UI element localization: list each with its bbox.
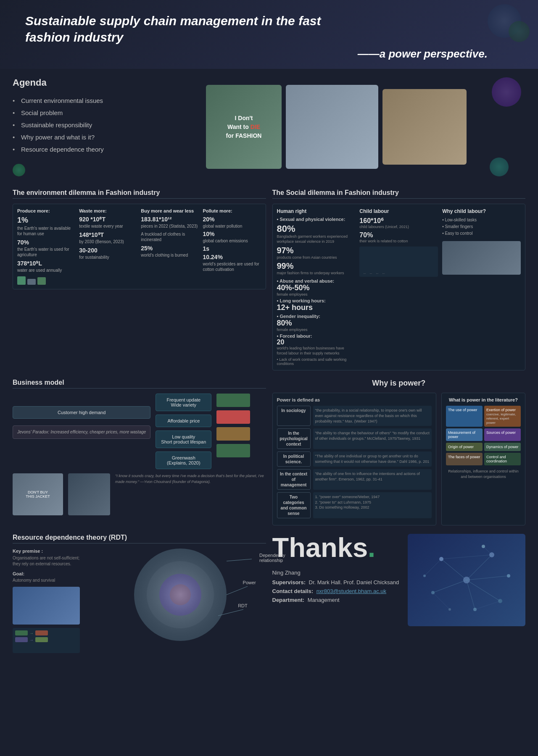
rdt-section: Resource dependence theory (RDT) Key pre… xyxy=(13,534,266,653)
thanks-text-area: Thanks. Ning Zhang Supervisors: Dr. Mark… xyxy=(272,534,402,603)
child-labour-image xyxy=(442,241,521,275)
header-decoration-circle2 xyxy=(509,21,530,42)
jevons-paradox-box: Jevons' Paradox: Increased efficiency, c… xyxy=(13,425,150,439)
power-box-1: The use of power xyxy=(446,406,483,427)
deco-circle-small xyxy=(13,164,25,176)
power-relationships-text: Relationships, influence and control wit… xyxy=(446,469,521,479)
why-power-section: Why is power? Power is defined as In soc… xyxy=(272,379,526,525)
agenda-list: Current environmental issues Social prob… xyxy=(13,94,139,155)
power-box-exertion: Exertion of powercoercive, legitimate, r… xyxy=(484,406,521,427)
power-box-5: The faces of power xyxy=(446,453,483,465)
biz-quote-area: "I know it sounds crazy, but every time … xyxy=(115,473,266,485)
thanks-content: Thanks. Ning Zhang Supervisors: Dr. Mark… xyxy=(272,534,526,626)
power-definitions-box: Power is defined as In sociology "the pr… xyxy=(272,393,437,525)
rdt-network-image xyxy=(13,587,80,625)
env-bar-chart xyxy=(17,276,76,285)
rdt-key-premise-label: Key premise : xyxy=(13,549,88,554)
env-col-buy: Buy more and wear less 183.81*10¹² piece… xyxy=(141,208,199,285)
environment-box: Produce more: 1% the Earth's water is av… xyxy=(13,204,266,289)
rdt-goal-label: Goal: xyxy=(13,571,88,576)
biz-box-2: Affordable price xyxy=(156,415,211,427)
power-def-2: In the psychological context "the abilit… xyxy=(277,428,432,449)
social-box: Human right • Sexual and physical violen… xyxy=(272,204,526,370)
business-model-title: Business model xyxy=(13,379,266,388)
power-context-5: Two categories and common sense xyxy=(277,492,311,518)
agenda-item-5: Resource dependence theory xyxy=(13,143,139,155)
env-bar-3 xyxy=(37,277,46,285)
power-quote-1: "the probability, in a social relationsh… xyxy=(313,406,432,426)
env-bar-2 xyxy=(27,279,36,285)
biz-box-3: Low qualityShort product lifespan xyxy=(156,430,211,448)
agenda-item-2: Social problem xyxy=(13,107,139,119)
thanks-title: Thanks. xyxy=(272,534,402,561)
power-quote-5: 1. "power over" someone/Weber, 19472. "p… xyxy=(313,492,432,518)
bm-power-sections: Business model Customer high demand Jevo… xyxy=(0,375,538,530)
power-context-3: In political science. xyxy=(277,452,311,467)
svg-line-21 xyxy=(483,546,492,555)
power-box-4: Dynamics of power xyxy=(484,443,521,451)
child-labour-chart: ... ... ... xyxy=(359,247,438,277)
deco-circle-purple xyxy=(492,77,521,107)
svg-line-18 xyxy=(467,576,509,580)
rdt-title: Resource dependence theory (RDT) xyxy=(13,534,266,543)
thanks-dot: . xyxy=(368,532,375,563)
power-quote-4: "the ability of one firm to influence th… xyxy=(313,469,432,490)
thanks-supervisors-row: Supervisors: Dr. Mark Hall. Prof. Daniel… xyxy=(272,579,402,585)
thanks-supervisors-label: Supervisors: xyxy=(272,579,306,585)
power-content: Power is defined as In sociology "the pr… xyxy=(272,393,526,525)
thanks-network-image xyxy=(408,534,525,626)
social-why-child: Why child labour? • Low-skilled tasks• S… xyxy=(442,208,521,366)
power-box-3: Origin of power xyxy=(446,443,483,451)
power-context-4: In the context of management xyxy=(277,469,311,490)
thanks-section: Thanks. Ning Zhang Supervisors: Dr. Mark… xyxy=(272,534,526,653)
thanks-contact-email: nxr803@student.bham.ac.uk xyxy=(316,588,386,594)
power-def-1: In sociology "the probability, in a soci… xyxy=(277,406,432,426)
svg-line-14 xyxy=(467,555,492,580)
power-quote-3: "The ability of one individual or group … xyxy=(313,452,432,467)
power-box-sources: Sources of power xyxy=(484,428,521,441)
chart-col-1: ... xyxy=(362,270,367,274)
biz-left-nodes: Customer high demand Jevons' Paradox: In… xyxy=(13,394,150,439)
biz-arrow-red xyxy=(216,410,250,424)
env-grid: Produce more: 1% the Earth's water is av… xyxy=(17,208,261,285)
business-diagram-container: Customer high demand Jevons' Paradox: In… xyxy=(13,394,266,469)
env-bar-1 xyxy=(17,276,26,285)
rdt-left-panel: Key premise : Organisations are not self… xyxy=(13,549,88,653)
social-human-rights: Human right • Sexual and physical violen… xyxy=(277,208,356,366)
rdt-flow-box-1 xyxy=(15,630,28,635)
biz-quote: "I know it sounds crazy, but every time … xyxy=(115,473,266,485)
rdt-concentric-diagram: Dependencyrelationship Power RDT xyxy=(134,549,227,641)
agenda-item-3: Sustainable responsibility xyxy=(13,119,139,131)
biz-jacket-image: DON'T BUYTHIS JACKET xyxy=(13,473,63,515)
thanks-contact-label: Contact details: xyxy=(272,588,314,594)
agenda-section: Agenda Current environmental issues Soci… xyxy=(13,77,139,176)
chart-col-2: ... xyxy=(368,270,373,274)
hero-agenda-section: Agenda Current environmental issues Soci… xyxy=(0,69,538,185)
agenda-item-4: Why power and what is it? xyxy=(13,131,139,143)
power-boxes-grid: The use of power Exertion of powercoerci… xyxy=(446,406,521,465)
hero-image-waste xyxy=(382,89,467,165)
svg-line-23 xyxy=(475,601,500,609)
power-def-5: Two categories and common sense 1. "powe… xyxy=(277,492,432,518)
svg-line-20 xyxy=(425,559,441,576)
customer-demand-box: Customer high demand xyxy=(13,406,150,419)
why-power-title: Why is power? xyxy=(272,379,526,388)
social-section: The Social dilemma in Fashion industry H… xyxy=(272,189,526,370)
header-title: Sustainable supply chain management in t… xyxy=(25,13,361,45)
hero-image-garment xyxy=(286,85,378,169)
chart-col-4: ... xyxy=(381,270,386,274)
rdt-diagram-area: Dependencyrelationship Power RDT xyxy=(95,549,266,641)
svg-line-22 xyxy=(433,593,450,609)
rdt-flow-box-4 xyxy=(35,637,48,642)
env-social-sections: The environment dilemma in Fashion indus… xyxy=(0,185,538,375)
environment-title: The environment dilemma in Fashion indus… xyxy=(13,189,266,199)
social-grid: Human right • Sexual and physical violen… xyxy=(277,208,521,366)
rdt-flow-diagram: → → xyxy=(13,628,80,653)
biz-bottom-row: DON'T BUYTHIS JACKET "I know it sounds c… xyxy=(13,473,266,515)
power-literature-box: What is power in the literature? The use… xyxy=(441,393,525,525)
power-defined-label: Power is defined as xyxy=(277,397,432,402)
bar-chart-row: ... ... ... xyxy=(362,249,435,274)
biz-right-arrows xyxy=(216,394,250,457)
power-literature-title: What is power in the literature? xyxy=(446,397,521,402)
agenda-title: Agenda xyxy=(13,77,139,88)
